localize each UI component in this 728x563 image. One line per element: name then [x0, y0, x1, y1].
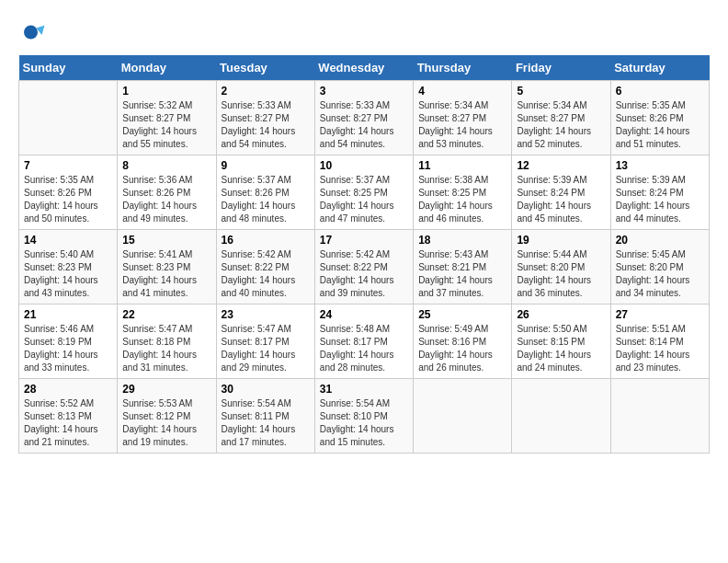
day-number: 1: [122, 85, 210, 98]
calendar-cell: 17Sunrise: 5:42 AM Sunset: 8:22 PM Dayli…: [314, 230, 413, 304]
day-number: 7: [24, 159, 112, 172]
day-number: 13: [616, 159, 704, 172]
calendar-cell: 8Sunrise: 5:36 AM Sunset: 8:26 PM Daylig…: [118, 155, 216, 230]
calendar-cell: 23Sunrise: 5:47 AM Sunset: 8:17 PM Dayli…: [216, 304, 314, 379]
calendar-cell: 2Sunrise: 5:33 AM Sunset: 8:27 PM Daylig…: [216, 81, 314, 155]
day-info: Sunrise: 5:42 AM Sunset: 8:22 PM Dayligh…: [320, 248, 408, 300]
day-info: Sunrise: 5:35 AM Sunset: 8:26 PM Dayligh…: [616, 99, 704, 151]
calendar-week-row: 21Sunrise: 5:46 AM Sunset: 8:19 PM Dayli…: [19, 304, 710, 379]
day-info: Sunrise: 5:44 AM Sunset: 8:20 PM Dayligh…: [517, 248, 605, 300]
calendar-cell: 6Sunrise: 5:35 AM Sunset: 8:26 PM Daylig…: [610, 81, 709, 155]
logo: [18, 18, 50, 46]
calendar-cell: 28Sunrise: 5:52 AM Sunset: 8:13 PM Dayli…: [19, 379, 118, 454]
day-number: 21: [24, 308, 112, 321]
day-number: 20: [616, 234, 704, 247]
day-number: 14: [24, 234, 112, 247]
day-number: 4: [418, 85, 506, 98]
day-number: 2: [222, 85, 310, 98]
day-number: 3: [320, 85, 408, 98]
header-sunday: Sunday: [19, 55, 118, 81]
calendar-cell: 10Sunrise: 5:37 AM Sunset: 8:25 PM Dayli…: [314, 155, 413, 230]
day-info: Sunrise: 5:54 AM Sunset: 8:10 PM Dayligh…: [320, 397, 408, 449]
calendar-cell: 20Sunrise: 5:45 AM Sunset: 8:20 PM Dayli…: [610, 230, 709, 304]
day-info: Sunrise: 5:38 AM Sunset: 8:25 PM Dayligh…: [418, 174, 506, 225]
calendar-cell: [512, 379, 610, 454]
calendar-cell: 27Sunrise: 5:51 AM Sunset: 8:14 PM Dayli…: [610, 304, 709, 379]
day-number: 28: [24, 383, 112, 396]
calendar-cell: 30Sunrise: 5:54 AM Sunset: 8:11 PM Dayli…: [216, 379, 314, 454]
day-info: Sunrise: 5:33 AM Sunset: 8:27 PM Dayligh…: [222, 99, 310, 151]
calendar-cell: 24Sunrise: 5:48 AM Sunset: 8:17 PM Dayli…: [314, 304, 413, 379]
day-info: Sunrise: 5:34 AM Sunset: 8:27 PM Dayligh…: [418, 99, 506, 151]
calendar-cell: 9Sunrise: 5:37 AM Sunset: 8:26 PM Daylig…: [216, 155, 314, 230]
day-info: Sunrise: 5:35 AM Sunset: 8:26 PM Dayligh…: [24, 174, 112, 225]
calendar-cell: 1Sunrise: 5:32 AM Sunset: 8:27 PM Daylig…: [118, 81, 216, 155]
day-number: 17: [320, 234, 408, 247]
calendar-cell: 21Sunrise: 5:46 AM Sunset: 8:19 PM Dayli…: [19, 304, 118, 379]
day-number: 31: [320, 383, 408, 396]
calendar-cell: 3Sunrise: 5:33 AM Sunset: 8:27 PM Daylig…: [314, 81, 413, 155]
day-info: Sunrise: 5:42 AM Sunset: 8:22 PM Dayligh…: [222, 248, 310, 300]
day-info: Sunrise: 5:52 AM Sunset: 8:13 PM Dayligh…: [24, 397, 112, 449]
calendar-cell: 11Sunrise: 5:38 AM Sunset: 8:25 PM Dayli…: [414, 155, 512, 230]
day-number: 18: [418, 234, 506, 247]
header-monday: Monday: [118, 55, 216, 81]
day-number: 23: [222, 308, 310, 321]
day-info: Sunrise: 5:40 AM Sunset: 8:23 PM Dayligh…: [24, 248, 112, 300]
day-info: Sunrise: 5:32 AM Sunset: 8:27 PM Dayligh…: [122, 99, 210, 151]
calendar-cell: 5Sunrise: 5:34 AM Sunset: 8:27 PM Daylig…: [512, 81, 610, 155]
day-info: Sunrise: 5:33 AM Sunset: 8:27 PM Dayligh…: [320, 99, 408, 151]
calendar-cell: [610, 379, 709, 454]
calendar-week-row: 14Sunrise: 5:40 AM Sunset: 8:23 PM Dayli…: [19, 230, 710, 304]
calendar-cell: 16Sunrise: 5:42 AM Sunset: 8:22 PM Dayli…: [216, 230, 314, 304]
calendar-cell: 26Sunrise: 5:50 AM Sunset: 8:15 PM Dayli…: [512, 304, 610, 379]
day-number: 22: [122, 308, 210, 321]
header-thursday: Thursday: [414, 55, 512, 81]
day-info: Sunrise: 5:47 AM Sunset: 8:17 PM Dayligh…: [222, 323, 310, 374]
day-number: 29: [122, 383, 210, 396]
calendar-cell: 13Sunrise: 5:39 AM Sunset: 8:24 PM Dayli…: [610, 155, 709, 230]
day-number: 12: [517, 159, 605, 172]
day-number: 5: [517, 85, 605, 98]
header-tuesday: Tuesday: [216, 55, 314, 81]
day-info: Sunrise: 5:46 AM Sunset: 8:19 PM Dayligh…: [24, 323, 112, 374]
calendar-cell: 7Sunrise: 5:35 AM Sunset: 8:26 PM Daylig…: [19, 155, 118, 230]
calendar-cell: 18Sunrise: 5:43 AM Sunset: 8:21 PM Dayli…: [414, 230, 512, 304]
day-number: 24: [320, 308, 408, 321]
calendar-cell: 15Sunrise: 5:41 AM Sunset: 8:23 PM Dayli…: [118, 230, 216, 304]
day-number: 10: [320, 159, 408, 172]
calendar-cell: 14Sunrise: 5:40 AM Sunset: 8:23 PM Dayli…: [19, 230, 118, 304]
day-number: 8: [122, 159, 210, 172]
day-number: 30: [222, 383, 310, 396]
day-number: 9: [222, 159, 310, 172]
day-number: 11: [418, 159, 506, 172]
day-number: 19: [517, 234, 605, 247]
calendar-week-row: 28Sunrise: 5:52 AM Sunset: 8:13 PM Dayli…: [19, 379, 710, 454]
calendar-week-row: 7Sunrise: 5:35 AM Sunset: 8:26 PM Daylig…: [19, 155, 710, 230]
day-info: Sunrise: 5:54 AM Sunset: 8:11 PM Dayligh…: [222, 397, 310, 449]
calendar-cell: 4Sunrise: 5:34 AM Sunset: 8:27 PM Daylig…: [414, 81, 512, 155]
day-info: Sunrise: 5:41 AM Sunset: 8:23 PM Dayligh…: [122, 248, 210, 300]
logo-icon: [18, 18, 46, 46]
day-number: 6: [616, 85, 704, 98]
calendar-cell: 29Sunrise: 5:53 AM Sunset: 8:12 PM Dayli…: [118, 379, 216, 454]
calendar-cell: 31Sunrise: 5:54 AM Sunset: 8:10 PM Dayli…: [314, 379, 413, 454]
day-info: Sunrise: 5:51 AM Sunset: 8:14 PM Dayligh…: [616, 323, 704, 374]
page-header: [18, 18, 710, 46]
day-info: Sunrise: 5:39 AM Sunset: 8:24 PM Dayligh…: [517, 174, 605, 225]
day-info: Sunrise: 5:36 AM Sunset: 8:26 PM Dayligh…: [122, 174, 210, 225]
calendar-cell: 12Sunrise: 5:39 AM Sunset: 8:24 PM Dayli…: [512, 155, 610, 230]
header-wednesday: Wednesday: [314, 55, 413, 81]
day-info: Sunrise: 5:43 AM Sunset: 8:21 PM Dayligh…: [418, 248, 506, 300]
day-info: Sunrise: 5:34 AM Sunset: 8:27 PM Dayligh…: [517, 99, 605, 151]
calendar-header-row: SundayMondayTuesdayWednesdayThursdayFrid…: [19, 55, 710, 81]
day-info: Sunrise: 5:49 AM Sunset: 8:16 PM Dayligh…: [418, 323, 506, 374]
calendar-cell: 19Sunrise: 5:44 AM Sunset: 8:20 PM Dayli…: [512, 230, 610, 304]
calendar-cell: 25Sunrise: 5:49 AM Sunset: 8:16 PM Dayli…: [414, 304, 512, 379]
day-info: Sunrise: 5:37 AM Sunset: 8:25 PM Dayligh…: [320, 174, 408, 225]
day-number: 25: [418, 308, 506, 321]
svg-point-0: [24, 26, 38, 40]
day-info: Sunrise: 5:39 AM Sunset: 8:24 PM Dayligh…: [616, 174, 704, 225]
day-info: Sunrise: 5:37 AM Sunset: 8:26 PM Dayligh…: [222, 174, 310, 225]
day-info: Sunrise: 5:45 AM Sunset: 8:20 PM Dayligh…: [616, 248, 704, 300]
